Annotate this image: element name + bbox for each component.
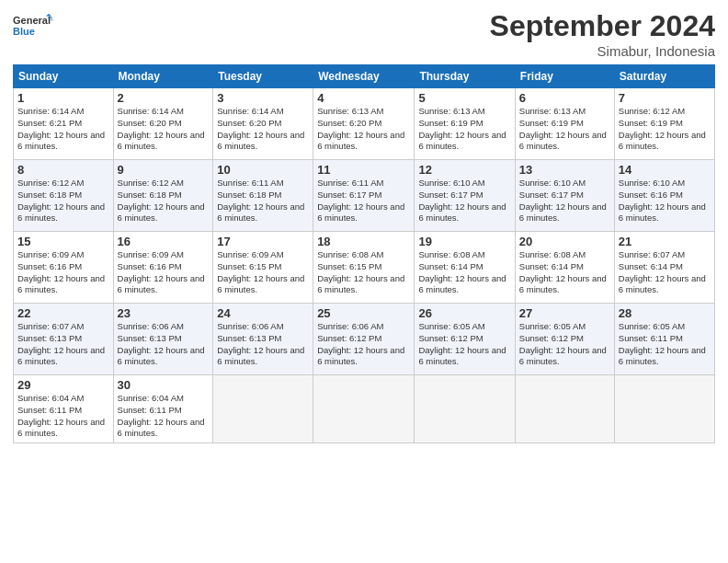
day-number: 16 [118,235,210,248]
table-row: 17 Sunrise: 6:09 AMSunset: 6:15 PMDaylig… [213,232,313,304]
table-row: 9 Sunrise: 6:12 AMSunset: 6:18 PMDayligh… [113,160,213,232]
table-row: 12 Sunrise: 6:10 AMSunset: 6:17 PMDaylig… [415,160,515,232]
day-number: 14 [619,163,711,177]
calendar-table: Sunday Monday Tuesday Wednesday Thursday… [13,64,715,443]
day-number: 12 [418,163,510,177]
table-row: 23 Sunrise: 6:06 AMSunset: 6:13 PMDaylig… [113,304,213,375]
day-info: Sunrise: 6:05 AMSunset: 6:12 PMDaylight:… [519,321,607,366]
day-number: 23 [118,306,210,320]
calendar-body: 1 Sunrise: 6:14 AMSunset: 6:21 PMDayligh… [14,88,715,443]
calendar-row: 29 Sunrise: 6:04 AMSunset: 6:11 PMDaylig… [14,375,715,443]
day-info: Sunrise: 6:06 AMSunset: 6:13 PMDaylight:… [118,321,205,366]
day-info: Sunrise: 6:12 AMSunset: 6:19 PMDaylight:… [619,106,706,151]
day-info: Sunrise: 6:10 AMSunset: 6:17 PMDaylight:… [418,178,506,223]
main-container: General Blue September 2024 Simabur, Ind… [0,0,728,453]
day-number: 9 [118,163,210,177]
day-info: Sunrise: 6:09 AMSunset: 6:16 PMDaylight:… [17,249,105,294]
table-row: 21 Sunrise: 6:07 AMSunset: 6:14 PMDaylig… [614,232,714,304]
col-friday: Friday [515,65,614,88]
col-sunday: Sunday [14,65,114,88]
day-info: Sunrise: 6:12 AMSunset: 6:18 PMDaylight:… [17,178,105,223]
table-row [313,375,415,443]
day-info: Sunrise: 6:05 AMSunset: 6:11 PMDaylight:… [619,321,706,366]
table-row: 20 Sunrise: 6:08 AMSunset: 6:14 PMDaylig… [515,232,614,304]
day-info: Sunrise: 6:09 AMSunset: 6:16 PMDaylight:… [118,249,205,294]
table-row: 4 Sunrise: 6:13 AMSunset: 6:20 PMDayligh… [313,88,415,160]
day-info: Sunrise: 6:11 AMSunset: 6:17 PMDaylight:… [317,178,404,223]
day-number: 30 [118,378,210,392]
day-info: Sunrise: 6:13 AMSunset: 6:19 PMDaylight:… [519,106,607,151]
day-number: 15 [17,235,109,248]
table-row: 28 Sunrise: 6:05 AMSunset: 6:11 PMDaylig… [614,304,714,375]
day-info: Sunrise: 6:04 AMSunset: 6:11 PMDaylight:… [118,393,205,438]
table-row: 27 Sunrise: 6:05 AMSunset: 6:12 PMDaylig… [515,304,614,375]
table-row: 14 Sunrise: 6:10 AMSunset: 6:16 PMDaylig… [614,160,714,232]
calendar-row: 15 Sunrise: 6:09 AMSunset: 6:16 PMDaylig… [14,232,715,304]
day-number: 29 [17,378,109,392]
day-info: Sunrise: 6:10 AMSunset: 6:17 PMDaylight:… [519,178,607,223]
table-row: 16 Sunrise: 6:09 AMSunset: 6:16 PMDaylig… [113,232,213,304]
table-row: 6 Sunrise: 6:13 AMSunset: 6:19 PMDayligh… [515,88,614,160]
svg-text:Blue: Blue [13,26,35,37]
calendar-row: 1 Sunrise: 6:14 AMSunset: 6:21 PMDayligh… [14,88,715,160]
day-number: 11 [317,163,410,177]
day-number: 10 [217,163,309,177]
table-row [614,375,714,443]
calendar-row: 8 Sunrise: 6:12 AMSunset: 6:18 PMDayligh… [14,160,715,232]
day-number: 5 [418,91,510,105]
day-info: Sunrise: 6:08 AMSunset: 6:14 PMDaylight:… [519,249,607,294]
table-row: 18 Sunrise: 6:08 AMSunset: 6:15 PMDaylig… [313,232,415,304]
logo-svg: General Blue [13,9,54,46]
day-info: Sunrise: 6:11 AMSunset: 6:18 PMDaylight:… [217,178,304,223]
table-row: 13 Sunrise: 6:10 AMSunset: 6:17 PMDaylig… [515,160,614,232]
table-row: 15 Sunrise: 6:09 AMSunset: 6:16 PMDaylig… [14,232,114,304]
table-row: 3 Sunrise: 6:14 AMSunset: 6:20 PMDayligh… [213,88,313,160]
day-number: 8 [17,163,109,177]
col-monday: Monday [113,65,213,88]
day-info: Sunrise: 6:06 AMSunset: 6:13 PMDaylight:… [217,321,304,366]
day-info: Sunrise: 6:08 AMSunset: 6:15 PMDaylight:… [317,249,404,294]
day-number: 24 [217,306,309,320]
day-number: 2 [118,91,210,105]
table-row: 29 Sunrise: 6:04 AMSunset: 6:11 PMDaylig… [14,375,114,443]
day-info: Sunrise: 6:14 AMSunset: 6:21 PMDaylight:… [17,106,105,151]
day-number: 20 [519,235,610,248]
table-row [213,375,313,443]
day-info: Sunrise: 6:07 AMSunset: 6:13 PMDaylight:… [17,321,105,366]
day-info: Sunrise: 6:06 AMSunset: 6:12 PMDaylight:… [317,321,404,366]
logo: General Blue [13,9,54,46]
header-row: Sunday Monday Tuesday Wednesday Thursday… [14,65,715,88]
table-row: 24 Sunrise: 6:06 AMSunset: 6:13 PMDaylig… [213,304,313,375]
table-row: 2 Sunrise: 6:14 AMSunset: 6:20 PMDayligh… [113,88,213,160]
day-info: Sunrise: 6:09 AMSunset: 6:15 PMDaylight:… [217,249,304,294]
col-wednesday: Wednesday [313,65,415,88]
day-info: Sunrise: 6:04 AMSunset: 6:11 PMDaylight:… [17,393,105,438]
day-number: 27 [519,306,610,320]
table-row: 19 Sunrise: 6:08 AMSunset: 6:14 PMDaylig… [415,232,515,304]
day-info: Sunrise: 6:14 AMSunset: 6:20 PMDaylight:… [118,106,205,151]
col-thursday: Thursday [415,65,515,88]
table-row: 5 Sunrise: 6:13 AMSunset: 6:19 PMDayligh… [415,88,515,160]
day-number: 3 [217,91,309,105]
day-number: 13 [519,163,610,177]
day-number: 26 [418,306,510,320]
table-row: 1 Sunrise: 6:14 AMSunset: 6:21 PMDayligh… [14,88,114,160]
header: General Blue September 2024 Simabur, Ind… [13,9,715,59]
day-number: 17 [217,235,309,248]
day-number: 28 [619,306,711,320]
title-block: September 2024 Simabur, Indonesia [490,9,715,59]
table-row: 10 Sunrise: 6:11 AMSunset: 6:18 PMDaylig… [213,160,313,232]
day-info: Sunrise: 6:10 AMSunset: 6:16 PMDaylight:… [619,178,706,223]
day-info: Sunrise: 6:07 AMSunset: 6:14 PMDaylight:… [619,249,706,294]
table-row [415,375,515,443]
table-row: 11 Sunrise: 6:11 AMSunset: 6:17 PMDaylig… [313,160,415,232]
location-subtitle: Simabur, Indonesia [490,43,715,59]
day-info: Sunrise: 6:08 AMSunset: 6:14 PMDaylight:… [418,249,506,294]
day-number: 21 [619,235,711,248]
col-saturday: Saturday [614,65,714,88]
day-info: Sunrise: 6:13 AMSunset: 6:20 PMDaylight:… [317,106,404,151]
table-row: 7 Sunrise: 6:12 AMSunset: 6:19 PMDayligh… [614,88,714,160]
day-number: 18 [317,235,410,248]
calendar-row: 22 Sunrise: 6:07 AMSunset: 6:13 PMDaylig… [14,304,715,375]
day-number: 1 [17,91,109,105]
